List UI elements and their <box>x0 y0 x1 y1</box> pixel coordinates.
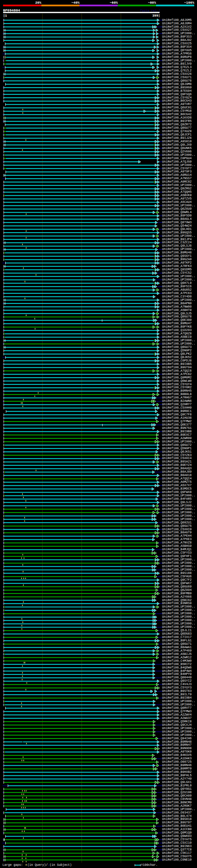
svg-text:(in Subject): (in Subject) <box>50 863 72 867</box>
svg-text:UniRef100_C4M3W0: UniRef100_C4M3W0 <box>162 659 192 662</box>
svg-text:UniRef100_B9I9B4: UniRef100_B9I9B4 <box>162 696 192 700</box>
svg-text:UniRef100_B1PRL0: UniRef100_B1PRL0 <box>162 784 192 787</box>
svg-text:UniRef100_A2Y066: UniRef100_A2Y066 <box>162 595 192 598</box>
svg-text:UniRef100_B9EYZ4: UniRef100_B9EYZ4 <box>162 463 192 467</box>
svg-text:UniRef100_UPI000..: UniRef100_UPI000.. <box>162 32 195 35</box>
svg-text:UniRef100_B9MU47: UniRef100_B9MU47 <box>162 322 192 325</box>
svg-text:UniRef100_A8J6M4: UniRef100_A8J6M4 <box>162 22 192 25</box>
svg-text:UniRef100_Q94IH6: UniRef100_Q94IH6 <box>162 737 192 740</box>
svg-text:UniRef100_Q0WRL4: UniRef100_Q0WRL4 <box>162 211 192 214</box>
svg-text:UniRef100_Q9FSQ6: UniRef100_Q9FSQ6 <box>162 93 192 96</box>
svg-text:UniRef100_Q8GU73: UniRef100_Q8GU73 <box>162 345 192 349</box>
svg-text:UniRef100_Q8GU69: UniRef100_Q8GU69 <box>162 585 192 588</box>
svg-text:UniRef100_A7PC62: UniRef100_A7PC62 <box>162 373 192 376</box>
svg-text:UniRef100_Q8T9W3: UniRef100_Q8T9W3 <box>162 221 192 224</box>
svg-text:UniRef100_C5Y9T7: UniRef100_C5Y9T7 <box>162 167 192 170</box>
svg-text:UniRef100_Q8H7L0: UniRef100_Q8H7L0 <box>162 281 192 285</box>
svg-text:UniRef100_A7RFK3: UniRef100_A7RFK3 <box>162 265 192 268</box>
svg-text:UniRef100_Q8GU75: UniRef100_Q8GU75 <box>162 524 192 528</box>
svg-text:UniRef100_B3MDC5: UniRef100_B3MDC5 <box>162 487 192 491</box>
svg-text:UniRef100_Q8RVT7: UniRef100_Q8RVT7 <box>162 706 192 710</box>
svg-text:UniRef100_UPI000..: UniRef100_UPI000.. <box>162 518 195 521</box>
svg-text:UniRef100_B9FLG1: UniRef100_B9FLG1 <box>162 639 192 642</box>
svg-text:UniRef100_Q6UNK5: UniRef100_Q6UNK5 <box>162 147 192 150</box>
svg-text:UniRef100_B6CG42: UniRef100_B6CG42 <box>162 113 192 116</box>
svg-text:UniRef100_A2Y749: UniRef100_A2Y749 <box>162 777 192 780</box>
svg-text:UniRef100_B8AWA1: UniRef100_B8AWA1 <box>162 646 192 649</box>
svg-text:UniRef100_A9TZV5: UniRef100_A9TZV5 <box>162 197 192 200</box>
svg-text:UniRef100_B5RIT2: UniRef100_B5RIT2 <box>162 662 192 666</box>
svg-text:UniRef100_B9RN45: UniRef100_B9RN45 <box>162 389 192 393</box>
svg-text:UniRef100_Q9Y8G1: UniRef100_Q9Y8G1 <box>162 787 192 791</box>
svg-text:UniRef100_C0NE10: UniRef100_C0NE10 <box>162 858 192 862</box>
svg-text:UniRef100_B9I9B8: UniRef100_B9I9B8 <box>162 430 192 433</box>
svg-text:UniRef100_A8J6M5: UniRef100_A8J6M5 <box>162 19 192 22</box>
svg-text:UniRef100_UPI000..: UniRef100_UPI000.. <box>162 248 195 251</box>
svg-text:UniRef100_A7NSS7: UniRef100_A7NSS7 <box>162 177 192 180</box>
svg-text:UniRef100_Q9SGY1: UniRef100_Q9SGY1 <box>162 254 192 258</box>
svg-text:UniRef100_UPI000..: UniRef100_UPI000.. <box>162 494 195 497</box>
svg-text:UniRef100_C5GXY5: UniRef100_C5GXY5 <box>162 855 192 858</box>
svg-text:UniRef100_B9FHL5: UniRef100_B9FHL5 <box>162 774 192 777</box>
svg-text:UniRef100_Q7FMW2: UniRef100_Q7FMW2 <box>162 420 192 423</box>
svg-text:UniRef100_A2X1V2: UniRef100_A2X1V2 <box>162 25 192 29</box>
svg-text:UniRef100_A5BHS9: UniRef100_A5BHS9 <box>162 545 192 548</box>
svg-text:UniRef100_Q8GU78: UniRef100_Q8GU78 <box>162 315 192 318</box>
svg-text:UniRef100_B9F3S4: UniRef100_B9F3S4 <box>162 45 192 49</box>
svg-text:UniRef100_B9F3S3: UniRef100_B9F3S3 <box>162 35 192 38</box>
svg-text:~40%: ~40% <box>71 1 80 5</box>
svg-text:UniRef100_C5YMS8: UniRef100_C5YMS8 <box>162 109 192 113</box>
svg-text:UniRef100_Q5BI62: UniRef100_Q5BI62 <box>162 598 192 602</box>
svg-text:UniRef100_C5FHU6: UniRef100_C5FHU6 <box>162 575 192 578</box>
svg-text:UniRef100_A9T9F3: UniRef100_A9T9F3 <box>162 170 192 173</box>
svg-text:UniRef100_B4P4W4: UniRef100_B4P4W4 <box>162 670 192 673</box>
svg-text:UniRef100_UPI000..: UniRef100_UPI000.. <box>162 565 195 568</box>
svg-text:UniRef100_A7NW00: UniRef100_A7NW00 <box>162 305 192 309</box>
svg-text:UniRef100_UPI000..: UniRef100_UPI000.. <box>162 278 195 281</box>
svg-text:(in Query)/: (in Query)/ <box>27 863 48 867</box>
svg-text:UniRef100_C5FYS3: UniRef100_C5FYS3 <box>162 551 192 555</box>
svg-text:UniRef100_C5Y0R2: UniRef100_C5Y0R2 <box>162 386 192 389</box>
svg-text:=100char.: =100char. <box>141 863 158 867</box>
svg-text:UniRef100_A1KXD8: UniRef100_A1KXD8 <box>162 116 192 120</box>
svg-text:UniRef100_B9R8C1: UniRef100_B9R8C1 <box>162 409 192 413</box>
svg-text:UniRef100_Q2U198: UniRef100_Q2U198 <box>162 791 192 794</box>
svg-text:UniRef100_Q9SDM5: UniRef100_Q9SDM5 <box>162 268 192 271</box>
svg-text:UniRef100_Q5N9P2: UniRef100_Q5N9P2 <box>162 349 192 352</box>
svg-text:UniRef100_B9ILT9: UniRef100_B9ILT9 <box>162 693 192 696</box>
svg-text:UniRef100_B2AWN6: UniRef100_B2AWN6 <box>162 399 192 403</box>
svg-text:UniRef100_A5BVK9: UniRef100_A5BVK9 <box>162 194 192 197</box>
svg-text:UniRef100_UPI000..: UniRef100_UPI000.. <box>162 703 195 706</box>
svg-text:UniRef100_A9TVR7: UniRef100_A9TVR7 <box>162 102 192 106</box>
svg-text:UniRef100_B8AJ92: UniRef100_B8AJ92 <box>162 38 192 42</box>
svg-text:UniRef100_C5XX27: UniRef100_C5XX27 <box>162 28 192 32</box>
svg-text:UniRef100_C5XHI0: UniRef100_C5XHI0 <box>162 528 192 531</box>
svg-text:UniRef100_B9N9D8: UniRef100_B9N9D8 <box>162 747 192 750</box>
svg-text:UniRef100_B8B9L8: UniRef100_B8B9L8 <box>162 393 192 396</box>
svg-text:UniRef100_Q9LSJ2: UniRef100_Q9LSJ2 <box>162 501 192 504</box>
svg-text:UniRef100_C8VN48: UniRef100_C8VN48 <box>162 798 192 801</box>
svg-text:UniRef100_C5YZK3: UniRef100_C5YZK3 <box>162 454 192 457</box>
svg-text:UniRef100_A2WU37: UniRef100_A2WU37 <box>162 716 192 720</box>
svg-text:UniRef100_UPI000..: UniRef100_UPI000.. <box>162 234 195 238</box>
svg-text:UniRef100_UPI000..: UniRef100_UPI000.. <box>162 730 195 734</box>
svg-text:UniRef100_UPI000..: UniRef100_UPI000.. <box>162 339 195 342</box>
svg-text:UniRef100_A6MZT5: UniRef100_A6MZT5 <box>162 480 192 484</box>
svg-text:UniRef100_UPI000..: UniRef100_UPI000.. <box>162 440 195 443</box>
svg-text:UniRef100_B9ST63: UniRef100_B9ST63 <box>162 689 192 693</box>
svg-text:UniRef100_B9MU48: UniRef100_B9MU48 <box>162 251 192 254</box>
svg-text:UniRef100_B7EG94: UniRef100_B7EG94 <box>162 89 192 93</box>
svg-text:UniRef100_UPI000..: UniRef100_UPI000.. <box>162 511 195 514</box>
svg-text:UniRef100_B9FMB9: UniRef100_B9FMB9 <box>162 592 192 595</box>
svg-text:UniRef100_B9RN47: UniRef100_B9RN47 <box>162 743 192 747</box>
svg-text:UniRef100_UPI000..: UniRef100_UPI000.. <box>162 507 195 511</box>
svg-text:UniRef100_Q7FMW3: UniRef100_Q7FMW3 <box>162 710 192 713</box>
svg-text:UniRef100_B9RUP8: UniRef100_B9RUP8 <box>162 55 192 59</box>
svg-text:UniRef100_A5CAU4: UniRef100_A5CAU4 <box>162 200 192 204</box>
svg-text:UniRef100_B4HPY9: UniRef100_B4HPY9 <box>162 673 192 676</box>
svg-text:UniRef100_Q6YUU5: UniRef100_Q6YUU5 <box>162 49 192 52</box>
svg-text:UniRef100_UPI000..: UniRef100_UPI000.. <box>162 504 195 507</box>
svg-text:UniRef100_A7QQI4: UniRef100_A7QQI4 <box>162 477 192 480</box>
svg-text:UniRef100_A2WR12: UniRef100_A2WR12 <box>162 656 192 659</box>
svg-text:UniRef100_A7RHG7: UniRef100_A7RHG7 <box>162 396 192 399</box>
